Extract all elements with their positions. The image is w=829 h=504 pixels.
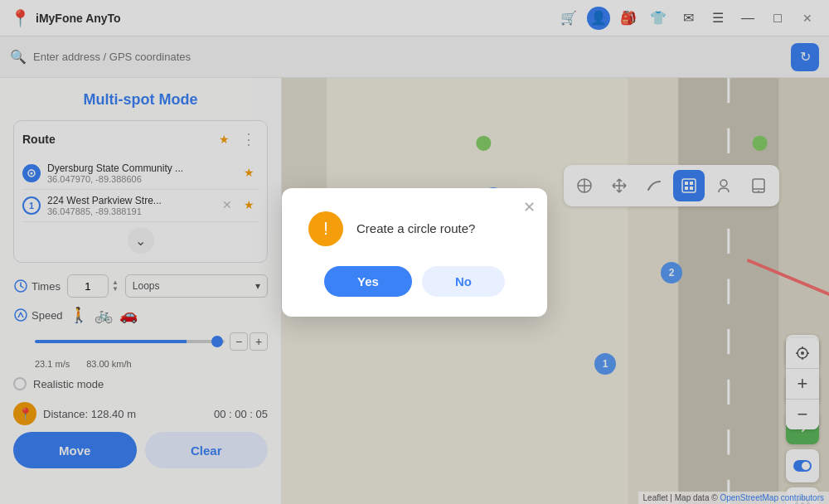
dialog: ✕ ! Create a circle route? Yes No [282, 188, 547, 317]
dialog-text: Create a circle route? [356, 221, 475, 235]
dialog-overlay: ✕ ! Create a circle route? Yes No [0, 0, 829, 504]
dialog-warning-icon: ! [308, 211, 343, 246]
dialog-yes-btn[interactable]: Yes [324, 266, 412, 297]
dialog-no-btn[interactable]: No [422, 266, 505, 297]
dialog-body: ! Create a circle route? [308, 211, 521, 246]
dialog-buttons: Yes No [308, 266, 521, 297]
dialog-close-btn[interactable]: ✕ [523, 198, 536, 216]
